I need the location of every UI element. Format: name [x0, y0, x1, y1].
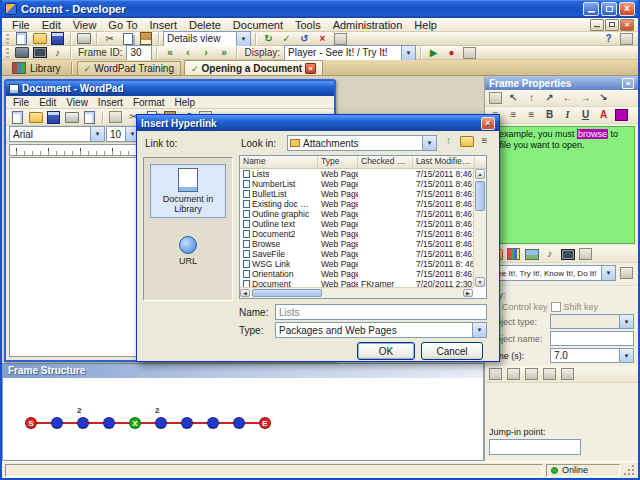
menu-item[interactable]: File: [8, 97, 34, 108]
open-icon[interactable]: [31, 32, 48, 46]
print-icon[interactable]: [75, 32, 92, 46]
toolbar-grip[interactable]: [6, 48, 9, 58]
display-combo[interactable]: Player - See It! / Try It!: [284, 45, 416, 61]
look-in-combo[interactable]: Attachments: [287, 135, 437, 151]
menu-item[interactable]: Insert: [93, 97, 128, 108]
film-icon[interactable]: [31, 46, 48, 60]
menu-item[interactable]: Help: [170, 97, 201, 108]
scroll-down-icon[interactable]: [475, 277, 485, 287]
chevron-down-icon[interactable]: [619, 349, 633, 362]
close-button[interactable]: [619, 2, 635, 16]
file-row[interactable]: Existing doc msg Web Page 7/15/2011 8:46…: [240, 199, 473, 209]
chevron-down-icon[interactable]: [236, 32, 250, 46]
menu-item[interactable]: Insert: [144, 19, 184, 31]
record-icon[interactable]: ●: [443, 46, 460, 60]
menu-item[interactable]: Edit: [36, 19, 67, 31]
help-icon[interactable]: ?: [600, 32, 617, 46]
minimize-button[interactable]: [583, 2, 599, 16]
menu-item[interactable]: Delete: [183, 19, 227, 31]
settings-icon[interactable]: [461, 46, 478, 60]
menu-item[interactable]: Edit: [34, 97, 61, 108]
sound-icon[interactable]: ♪: [49, 46, 66, 60]
frame-node[interactable]: [207, 417, 219, 429]
frame-node[interactable]: [103, 417, 115, 429]
tab-opening-a-document[interactable]: Opening a Document: [184, 60, 323, 75]
italic-icon[interactable]: I: [559, 108, 576, 122]
new-document-icon[interactable]: [13, 32, 30, 46]
frame-node[interactable]: S: [25, 417, 37, 429]
new-folder-icon[interactable]: [458, 134, 475, 148]
pointer-up-left-icon[interactable]: ↖: [505, 91, 522, 105]
highlight-color-icon[interactable]: [613, 108, 630, 122]
action-icon[interactable]: [523, 367, 540, 381]
tab-close-icon[interactable]: [305, 63, 316, 74]
scrollbar-thumb[interactable]: [252, 289, 322, 297]
sound-icon[interactable]: ♪: [541, 247, 558, 261]
toolbar-grip[interactable]: [6, 34, 9, 44]
vertical-scrollbar[interactable]: [473, 169, 486, 287]
scroll-up-icon[interactable]: [475, 169, 485, 179]
image-icon[interactable]: [523, 247, 540, 261]
file-row[interactable]: NumberList Web Page 7/15/2011 8:46:16: [240, 179, 473, 189]
bold-icon[interactable]: B: [541, 108, 558, 122]
frame-node[interactable]: 2: [155, 417, 167, 429]
chevron-down-icon[interactable]: [422, 136, 436, 150]
previous-frame-icon[interactable]: ‹: [179, 46, 196, 60]
pointer-down-right-icon[interactable]: ↘: [595, 91, 612, 105]
file-row[interactable]: Lists Web Page 7/15/2011 8:46:16: [240, 169, 473, 179]
sidebar-item-url[interactable]: URL: [150, 232, 226, 270]
check-in-icon[interactable]: ✓: [278, 32, 295, 46]
pointer-left-icon[interactable]: ←: [559, 91, 576, 105]
mdi-close-button[interactable]: [620, 19, 634, 31]
menu-item[interactable]: File: [6, 19, 36, 31]
time-combo[interactable]: 7.0: [550, 348, 634, 363]
open-icon[interactable]: [27, 110, 44, 124]
shift-key-checkbox[interactable]: [551, 302, 561, 312]
action-icon[interactable]: [559, 367, 576, 381]
menu-item[interactable]: View: [61, 97, 93, 108]
frame-id-field[interactable]: 30: [126, 45, 152, 61]
menu-item[interactable]: Help: [408, 19, 443, 31]
menu-item[interactable]: Go To: [102, 19, 143, 31]
refresh-icon[interactable]: ↻: [260, 32, 277, 46]
screenshot-icon[interactable]: [13, 46, 30, 60]
file-row[interactable]: Document Web Page FKramer 7/20/2011 2:30…: [240, 279, 473, 287]
cut-icon[interactable]: ✂: [101, 32, 118, 46]
next-frame-icon[interactable]: ›: [197, 46, 214, 60]
pointer-up-icon[interactable]: ↑: [523, 91, 540, 105]
menu-item[interactable]: Tools: [289, 19, 327, 31]
frame-node[interactable]: [233, 417, 245, 429]
font-color-icon[interactable]: A: [595, 108, 612, 122]
ok-button[interactable]: OK: [357, 342, 415, 360]
action-icon[interactable]: [505, 367, 522, 381]
column-header-type[interactable]: Type: [318, 156, 358, 168]
print-preview-icon[interactable]: [81, 110, 98, 124]
type-combo[interactable]: Packages and Web Pages: [275, 322, 487, 338]
undo-checkout-icon[interactable]: ↺: [296, 32, 313, 46]
frame-node[interactable]: 2: [77, 417, 89, 429]
chevron-down-icon[interactable]: [472, 323, 486, 337]
file-row[interactable]: BulletList Web Page 7/15/2011 8:46:16: [240, 189, 473, 199]
bubble-text-editor[interactable]: s example, you must browse to e file you…: [488, 126, 635, 244]
chevron-down-icon[interactable]: [90, 127, 104, 141]
column-header-last-modified[interactable]: Last Modified Date: [413, 156, 475, 168]
wordpad-titlebar[interactable]: Document - WordPad: [6, 81, 334, 96]
mdi-restore-button[interactable]: [605, 19, 619, 31]
menu-item[interactable]: View: [67, 19, 103, 31]
maximize-button[interactable]: [601, 2, 617, 16]
color-palette-icon[interactable]: [505, 247, 522, 261]
modes-combo[interactable]: See It!, Try It!, Know It!, Do It!: [488, 265, 616, 281]
file-row[interactable]: SaveFile Web Page 7/15/2011 8:46:16: [240, 249, 473, 259]
copy-icon[interactable]: [119, 32, 136, 46]
action-icon[interactable]: [487, 367, 504, 381]
bubble-shape-icon[interactable]: [487, 91, 504, 105]
menu-item[interactable]: Administration: [327, 19, 409, 31]
scrollbar-thumb[interactable]: [475, 181, 485, 211]
play-icon[interactable]: ▶: [425, 46, 442, 60]
pointer-right-icon[interactable]: →: [577, 91, 594, 105]
column-header-name[interactable]: Name: [240, 156, 318, 168]
chevron-down-icon[interactable]: [401, 46, 415, 60]
panel-close-icon[interactable]: [622, 78, 634, 89]
view-mode-combo[interactable]: Details view: [163, 31, 251, 47]
jump-in-point-field[interactable]: [489, 439, 581, 455]
